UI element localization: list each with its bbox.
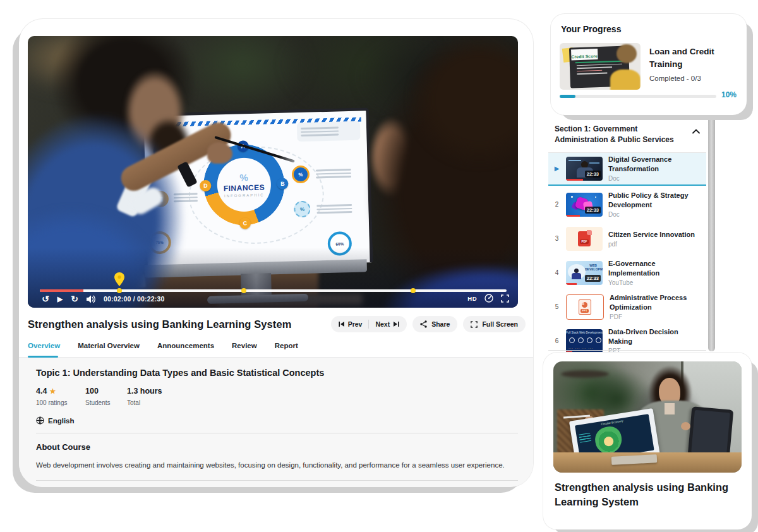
now-playing-icon: ▶ [553,165,560,172]
speech-bubble [297,121,361,142]
progress-marker[interactable] [117,288,122,293]
course-preview-card[interactable]: Circular Economy Strengthen analysis usi… [543,353,752,529]
course-main-card: ›››› % FINANCES INFOGRAPHIC A B C D [19,19,533,487]
player-fullscreen-icon[interactable] [501,294,509,303]
course-card-title: Strengthen analysis using Banking Learni… [555,480,737,509]
thumb-caption: WEB DEVELOPMENT [585,263,601,272]
credit-score-caption: Credit Score [571,54,598,59]
duration-badge: 22:33 [585,171,601,178]
lesson-number: 3 [553,235,560,242]
chevron-up-icon[interactable] [692,129,700,134]
fullscreen-button[interactable]: Full Screen [463,316,526,332]
lesson-3-thumbnail: PDF [566,227,603,251]
page-title: Strengthen analysis using Banking Learni… [28,318,292,330]
course-stats: 4.4★ 100 ratings 100 Students 1.3 hours … [36,387,518,406]
lesson-row-4[interactable]: 4 WEB DEVELOPMENT 22:33 E-Governance Imp… [548,258,706,288]
tab-overview[interactable]: Overview [28,342,60,356]
tab-bar: Overview Material Overview Announcements… [28,342,298,356]
seek-bar[interactable] [40,289,507,292]
globe-icon [36,416,44,425]
lesson-type: Doc [608,175,701,182]
pdf-file-icon: PDF [578,231,591,246]
star-icon: ★ [49,387,56,395]
section-list-scrollbar[interactable] [708,95,715,351]
students-sub: Students [85,399,127,406]
your-progress-card: Your Progress Credit Score Loan and Cred… [551,14,747,115]
prev-next-control: Prev Next [331,316,407,332]
progress-course-title: Loan and Credit Training [649,45,738,71]
infographic-title: FINANCES [224,183,265,193]
ppt-file-icon: PPT [579,299,591,315]
next-button[interactable]: Next [375,320,399,328]
progress-marker[interactable] [411,288,416,293]
lesson-title: Public Policy & Strategy Development [608,191,701,209]
progress-heading: Your Progress [561,24,621,34]
played-segment [40,289,83,292]
rewind-icon[interactable]: ↺ [42,294,49,303]
about-course-heading: About Course [36,442,518,452]
lesson-title: E-Governance Implementation [608,259,701,277]
lesson-title: Digital Governance Transformation [608,155,701,173]
hours-value: 1.3 hours [127,387,176,396]
lesson-type: PDF [610,313,701,320]
students-value: 100 [85,387,127,396]
lesson-row-5[interactable]: 5 PPT Administrative Process Optimizatio… [548,292,706,322]
playback-speed-icon[interactable] [484,294,493,303]
play-icon[interactable]: ▶ [57,296,63,303]
lesson-number: 2 [553,201,560,208]
topic-heading: Topic 1: Understanding Data Types and Ba… [36,368,518,378]
lesson-title: Citizen Service Innovation [608,230,695,239]
tablet [688,406,734,459]
language-row: English [36,416,518,425]
lesson-type: Doc [608,211,701,218]
lesson-row-3[interactable]: 3 PDF Citizen Service Innovation pdf [548,224,706,254]
progress-marker[interactable] [241,288,246,293]
lesson-type: YouTube [608,279,701,286]
hd-toggle[interactable]: HD [467,295,477,302]
lesson-4-thumbnail: WEB DEVELOPMENT 22:33 [566,261,603,285]
rating-sub: 100 ratings [36,399,85,406]
lesson-1-thumbnail: 22:33 [566,157,603,181]
forward-icon[interactable]: ↻ [71,294,78,303]
overview-panel: Topic 1: Understanding Data Types and Ba… [19,358,533,487]
position-pin-icon [114,272,124,286]
thumb-caption: Full Stack Web Development [566,331,603,334]
tab-announcements[interactable]: Announcements [157,342,214,356]
lesson-title: Data-Driven Decision Making [608,327,701,346]
course-preview-image: Circular Economy [553,361,742,473]
lesson-title: Administrative Process Optimization [610,293,701,311]
fullscreen-icon [471,321,478,328]
lesson-row-6[interactable]: 6 Full Stack Web Development ··· ··· ···… [548,326,706,356]
progress-percent-label: 10% [721,90,737,99]
section-list-panel: Section 1: Government Administration & P… [548,120,706,360]
progress-fill [560,95,575,98]
duration-badge: 22:33 [585,207,601,214]
lesson-type: pdf [608,241,695,248]
lesson-2-thumbnail: 22:33 [566,193,603,217]
lesson-row-1[interactable]: ▶ 22:33 Digital Governance Transformatio… [548,153,706,186]
volume-icon[interactable] [87,295,95,303]
section-title: Section 1: Government Administration & P… [555,124,685,146]
tab-report[interactable]: Report [275,342,298,356]
hours-sub: Total [127,399,176,406]
lesson-number: 4 [553,269,560,276]
progress-bar-track [560,95,716,98]
lesson-number: 5 [553,303,560,310]
share-button[interactable]: Share [412,316,457,332]
active-tab-indicator [28,356,58,358]
progress-course-thumbnail: Credit Score [560,43,641,90]
duration-badge: 22:33 [585,275,601,282]
rating-value: 4.4★ [36,387,85,396]
lesson-number: 6 [553,337,560,344]
infographic-subtitle: INFOGRAPHIC [224,193,265,198]
video-player[interactable]: ›››› % FINANCES INFOGRAPHIC A B C D [28,36,518,308]
tab-review[interactable]: Review [232,342,257,356]
prev-button[interactable]: Prev [339,320,363,328]
tab-material-overview[interactable]: Material Overview [78,342,140,356]
about-course-body: Web development involves creating and ma… [36,460,518,471]
lesson-row-2[interactable]: 2 22:33 Public Policy & Strategy Develop… [548,190,706,220]
progress-completed-label: Completed - 0/3 [649,75,701,82]
time-display: 00:02:00 / 00:22:30 [104,295,165,303]
share-icon [420,320,427,328]
center-percent: % [239,172,248,182]
